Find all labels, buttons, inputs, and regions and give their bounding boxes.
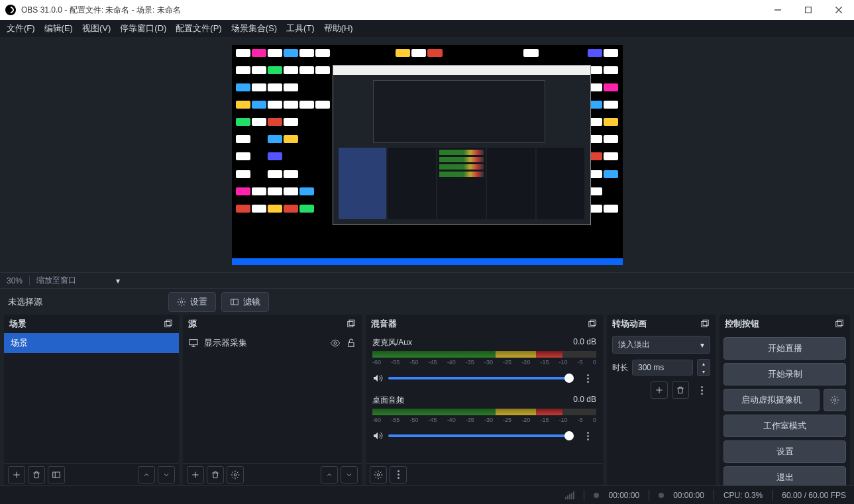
svg-rect-11 [53,472,60,477]
menu-dock[interactable]: 停靠窗口(D) [120,23,166,34]
popout-icon[interactable] [700,319,710,329]
volume-meter [372,351,596,358]
menu-file[interactable]: 文件(F) [7,23,35,34]
cpu-usage: CPU: 0.3% [723,491,763,500]
svg-point-27 [377,474,380,476]
channel-menu-button[interactable] [579,370,596,387]
window-title: OBS 31.0.0 - 配置文件: 未命名 - 场景: 未命名 [21,5,181,16]
record-indicator-icon [659,493,664,498]
add-scene-button[interactable] [8,466,25,483]
lock-icon[interactable] [346,338,356,348]
svg-rect-14 [349,320,354,325]
transition-select[interactable]: 淡入淡出▾ [612,336,710,354]
eye-icon[interactable] [330,338,341,348]
svg-rect-28 [702,322,707,327]
duration-input[interactable]: 300 ms [632,360,693,376]
statusbar: 00:00:00 00:00:00 CPU: 0.3% 60.00 / 60.0… [0,485,854,504]
no-source-label: 未选择源 [8,296,42,308]
duration-spinner[interactable]: ▴▾ [697,359,710,376]
svg-rect-8 [166,320,172,325]
menu-profile[interactable]: 配置文件(P) [176,23,221,34]
svg-marker-25 [374,375,378,382]
svg-point-18 [334,342,337,344]
controls-panel: 控制按钮 开始直播 开始录制 启动虚拟摄像机 工作室模式 设置 退出 [720,315,850,485]
popout-icon[interactable] [834,319,845,329]
volume-slider[interactable] [388,434,574,437]
remove-transition-button[interactable] [672,381,689,399]
mixer-settings-button[interactable] [370,466,387,483]
channel-name: 麦克风/Aux [372,337,412,348]
popout-icon[interactable] [163,319,174,329]
zoom-dropdown-icon[interactable]: ▾ [116,276,120,285]
record-time: 00:00:00 [673,491,704,500]
scenes-title: 场景 [9,318,27,330]
svg-point-22 [234,474,237,476]
svg-rect-13 [348,322,353,327]
source-up-button[interactable] [321,466,338,483]
zoom-bar: 30% 缩放至窗口 ▾ [0,272,854,288]
add-transition-button[interactable] [651,381,668,399]
menu-tools[interactable]: 工具(T) [286,23,315,34]
start-record-button[interactable]: 开始录制 [723,363,846,385]
minimize-button[interactable] [763,0,793,20]
app-icon [5,5,16,15]
virtual-cam-button[interactable]: 启动虚拟摄像机 [723,389,820,411]
studio-mode-button[interactable]: 工作室模式 [723,415,846,437]
svg-rect-19 [348,342,354,346]
stream-time: 00:00:00 [608,491,639,500]
properties-button[interactable]: 设置 [168,292,216,312]
sources-panel: 源 显示器采集 [183,315,362,485]
chevron-down-icon: ▾ [700,340,704,350]
signal-icon [565,491,574,499]
popout-icon[interactable] [587,319,598,329]
mixer-channel: 麦克风/Aux0.0 dB -60-55-50-45-40-35-30-25-2… [366,333,603,391]
svg-rect-23 [589,322,594,327]
sources-title: 源 [188,318,197,330]
preview-area[interactable] [0,37,854,272]
display-icon [188,338,199,348]
menu-edit[interactable]: 编辑(E) [44,23,73,34]
speaker-icon[interactable] [372,430,383,441]
popout-icon[interactable] [346,319,356,329]
channel-level: 0.0 dB [573,337,596,348]
virtual-cam-settings-button[interactable] [824,389,846,411]
add-source-button[interactable] [187,466,204,483]
menu-view[interactable]: 视图(V) [82,23,111,34]
source-item[interactable]: 显示器采集 [183,333,362,353]
start-stream-button[interactable]: 开始直播 [723,337,846,360]
scene-up-button[interactable] [138,466,155,483]
source-properties-button[interactable] [227,466,244,483]
titlebar: OBS 31.0.0 - 配置文件: 未命名 - 场景: 未命名 [0,0,854,20]
svg-marker-26 [374,432,378,440]
volume-slider[interactable] [388,377,574,379]
channel-name: 桌面音频 [372,395,404,406]
scenes-panel: 场景 场景 [4,315,179,485]
menu-help[interactable]: 帮助(H) [324,23,353,34]
preview-canvas [232,45,623,265]
channel-menu-button[interactable] [579,427,596,444]
svg-rect-15 [189,340,197,345]
exit-button[interactable]: 退出 [723,466,846,485]
controls-title: 控制按钮 [725,318,759,330]
close-button[interactable] [824,0,854,20]
transition-menu-button[interactable] [693,381,710,399]
menu-scene-collection[interactable]: 场景集合(S) [231,23,277,34]
mixer-title: 混音器 [371,318,397,330]
filters-button[interactable]: 滤镜 [221,292,269,312]
transitions-title: 转场动画 [612,318,647,330]
zoom-percent: 30% [7,276,23,285]
maximize-button[interactable] [793,0,824,20]
remove-scene-button[interactable] [28,466,45,483]
mixer-menu-button[interactable] [390,466,407,483]
settings-button[interactable]: 设置 [723,440,846,463]
speaker-icon[interactable] [372,373,383,383]
svg-point-4 [180,301,183,303]
remove-source-button[interactable] [207,466,224,483]
zoom-mode-label[interactable]: 缩放至窗口 [36,275,76,286]
scene-filter-button[interactable] [48,466,65,483]
svg-rect-24 [590,320,596,325]
stream-indicator-icon [594,493,599,498]
scene-item[interactable]: 场景 [4,333,179,353]
source-down-button[interactable] [341,466,358,483]
scene-down-button[interactable] [158,466,175,483]
